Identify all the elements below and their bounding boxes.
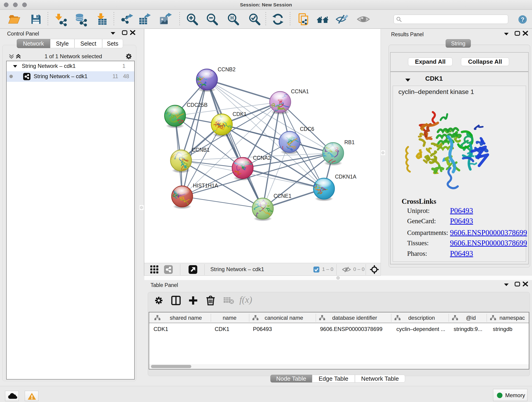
- svg-text:RB1: RB1: [344, 139, 355, 145]
- svg-text:CCNB1: CCNB1: [192, 147, 210, 153]
- svg-text:CCNE1: CCNE1: [273, 193, 291, 199]
- svg-text:?: ?: [521, 16, 525, 23]
- svg-text:CDC6: CDC6: [300, 126, 314, 132]
- svg-text:CDC25B: CDC25B: [187, 102, 208, 108]
- svg-text:CDKN1A: CDKN1A: [335, 174, 356, 180]
- svg-text:HIST1H1A: HIST1H1A: [193, 183, 218, 189]
- svg-text:CDK1: CDK1: [233, 111, 247, 117]
- svg-text:CCNA2: CCNA2: [253, 155, 271, 161]
- svg-text:CCNA1: CCNA1: [291, 89, 309, 95]
- svg-text:CCNB2: CCNB2: [218, 66, 235, 72]
